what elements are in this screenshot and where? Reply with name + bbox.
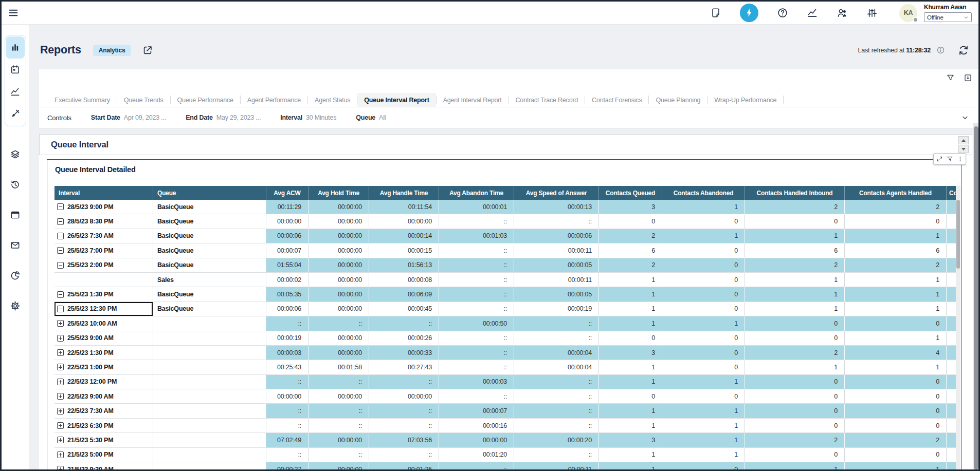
value-cell[interactable]: 00:00:45	[369, 302, 439, 316]
value-cell[interactable]: 00:00:02	[266, 273, 308, 287]
value-cell[interactable]: 00:11:29	[266, 200, 308, 214]
value-cell[interactable]: 1	[599, 360, 662, 374]
table-scrollbar[interactable]	[956, 186, 960, 471]
queue-cell[interactable]: BasicQueue	[153, 200, 266, 214]
interval-cell[interactable]: 22/5/23 7:30 AM	[55, 404, 153, 418]
value-cell[interactable]: ::	[514, 214, 599, 229]
value-cell[interactable]: 00:00:00	[308, 389, 369, 404]
interval-cell[interactable]: 22/5/23 9:00 AM	[55, 389, 153, 404]
value-cell[interactable]: 1	[599, 273, 662, 287]
col-avg-abandon-time[interactable]: Avg Abandon Time	[439, 186, 514, 200]
value-cell[interactable]: 00:00:19	[514, 302, 599, 316]
value-cell[interactable]: 00:00:33	[369, 346, 439, 360]
value-cell[interactable]: ::	[514, 404, 599, 418]
value-cell[interactable]: ::	[308, 375, 369, 389]
value-cell[interactable]: 0	[662, 346, 745, 360]
value-cell[interactable]: 00:00:00	[308, 258, 369, 273]
value-cell[interactable]: 00:00:00	[308, 433, 369, 447]
value-cell[interactable]: 0	[745, 419, 845, 433]
col-interval[interactable]: Interval	[55, 186, 153, 200]
expand-icon[interactable]	[57, 349, 64, 356]
avatar[interactable]: KA	[899, 4, 917, 22]
value-cell[interactable]: 2	[745, 433, 845, 447]
value-cell[interactable]: 00:00:00	[308, 273, 369, 287]
value-cell[interactable]: 00:00:00	[369, 389, 439, 404]
value-cell[interactable]: 00:00:07	[266, 243, 308, 258]
kebab-icon[interactable]	[957, 156, 964, 162]
interval-cell[interactable]: 26/5/23 7:30 AM	[55, 229, 153, 243]
value-cell[interactable]: 1	[845, 331, 947, 346]
value-cell[interactable]: 00:01:58	[308, 360, 369, 374]
value-cell[interactable]: 00:00:00	[369, 214, 439, 229]
filter-icon[interactable]	[947, 156, 953, 162]
value-cell[interactable]: 1	[745, 229, 845, 243]
value-cell[interactable]: ::	[369, 419, 439, 433]
value-cell[interactable]: 0	[662, 389, 745, 404]
value-cell[interactable]: 0	[599, 331, 662, 346]
value-cell[interactable]: 1	[662, 316, 745, 331]
value-cell[interactable]: 0	[845, 404, 947, 418]
tab-queue-interval-report[interactable]: Queue Interval Report	[357, 93, 435, 107]
value-cell[interactable]: 0	[845, 375, 947, 389]
value-cell[interactable]: 2	[745, 258, 845, 273]
collapse-icon[interactable]	[57, 262, 64, 269]
value-cell[interactable]: ::	[439, 214, 514, 229]
value-cell[interactable]: 4	[845, 346, 947, 360]
value-cell[interactable]: 1	[745, 302, 845, 316]
value-cell[interactable]: 00:00:05	[514, 287, 599, 302]
filter-icon[interactable]	[946, 73, 955, 82]
expand-icon[interactable]	[57, 422, 64, 429]
value-cell[interactable]: 00:00:05	[514, 258, 599, 273]
tab-contact-forensics[interactable]: Contact Forensics	[585, 93, 648, 107]
value-cell[interactable]: 00:00:08	[369, 273, 439, 287]
value-cell[interactable]: ::	[514, 389, 599, 404]
sidebar-item-window[interactable]	[6, 204, 25, 225]
queue-cell[interactable]: BasicQueue	[153, 229, 266, 243]
metrics-icon[interactable]	[807, 7, 818, 18]
value-cell[interactable]: 1	[662, 404, 745, 418]
expand-icon[interactable]	[57, 393, 64, 400]
value-cell[interactable]: 0	[662, 287, 745, 302]
value-cell[interactable]: 00:06:09	[369, 287, 439, 302]
tab-agent-status[interactable]: Agent Status	[308, 93, 357, 107]
queue-cell[interactable]	[153, 331, 266, 346]
queue-cell[interactable]	[153, 404, 266, 418]
value-cell[interactable]: ::	[439, 389, 514, 404]
value-cell[interactable]: 1	[599, 287, 662, 302]
value-cell[interactable]: 00:00:00	[308, 229, 369, 243]
value-cell[interactable]: 0	[845, 214, 947, 229]
tab-agent-performance[interactable]: Agent Performance	[241, 93, 307, 107]
value-cell[interactable]: 2	[599, 229, 662, 243]
value-cell[interactable]: 00:00:00	[308, 200, 369, 214]
value-cell[interactable]: 00:00:01	[439, 200, 514, 214]
status-select[interactable]: Offline	[924, 12, 972, 22]
value-cell[interactable]: 1	[662, 200, 745, 214]
value-cell[interactable]: 1	[662, 229, 745, 243]
value-cell[interactable]: ::	[514, 448, 599, 462]
value-cell[interactable]: 0	[599, 214, 662, 229]
col-contacts-queued[interactable]: Contacts Queued	[599, 186, 662, 200]
expand-icon[interactable]	[57, 466, 64, 471]
value-cell[interactable]: ::	[439, 462, 514, 471]
value-cell[interactable]: ::	[369, 448, 439, 462]
refresh-icon[interactable]	[958, 45, 969, 56]
value-cell[interactable]: 00:00:06	[266, 302, 308, 316]
value-cell[interactable]: ::	[308, 448, 369, 462]
value-cell[interactable]: ::	[439, 360, 514, 374]
value-cell[interactable]: ::	[369, 375, 439, 389]
interval-cell[interactable]: 22/5/23 12:00 PM	[55, 375, 153, 389]
control-queue[interactable]: QueueAll	[356, 114, 386, 121]
value-cell[interactable]: 00:01:03	[439, 229, 514, 243]
value-cell[interactable]: ::	[266, 316, 308, 331]
collapse-icon[interactable]	[57, 233, 64, 239]
value-cell[interactable]: ::	[514, 331, 599, 346]
value-cell[interactable]: 00:00:26	[369, 331, 439, 346]
expand-icon[interactable]	[57, 320, 64, 327]
value-cell[interactable]: 0	[599, 389, 662, 404]
col-queue[interactable]: Queue	[153, 186, 266, 200]
queue-cell[interactable]	[153, 462, 266, 471]
expand-icon[interactable]	[936, 156, 943, 162]
value-cell[interactable]: 00:11:54	[369, 200, 439, 214]
value-cell[interactable]: 00:00:00	[308, 302, 369, 316]
value-cell[interactable]: 00:00:00	[308, 462, 369, 471]
